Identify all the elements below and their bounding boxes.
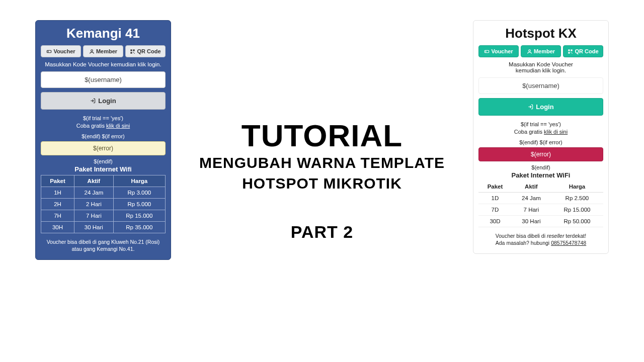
- footer-text: Voucher bisa dibeli di gang Kluweh No.21…: [41, 238, 166, 252]
- tab-qrcode-label: QR Code: [137, 48, 160, 54]
- tab-voucher[interactable]: Voucher: [41, 45, 81, 57]
- svg-rect-3: [133, 49, 135, 51]
- tab-qrcode[interactable]: QR Code: [125, 45, 166, 57]
- svg-rect-6: [134, 53, 135, 53]
- error-box: $(error): [478, 147, 603, 161]
- tutorial-title-block: TUTORIAL MENGUBAH WARNA TEMPLATE HOTSPOT…: [199, 120, 445, 242]
- tab-qrcode[interactable]: QR Code: [563, 45, 603, 57]
- th-paket: Paket: [41, 175, 74, 187]
- svg-rect-0: [47, 50, 51, 53]
- tab-qrcode-label: QR Code: [575, 48, 598, 54]
- endif-iferror: $(endif) $(if error): [41, 133, 166, 139]
- svg-rect-10: [571, 49, 573, 51]
- tab-member-label: Member: [534, 48, 555, 54]
- tab-member[interactable]: Member: [83, 45, 123, 57]
- endif: $(endif): [478, 164, 603, 170]
- title-line-1: TUTORIAL: [199, 120, 445, 151]
- login-button[interactable]: Login: [478, 98, 603, 116]
- tab-voucher-label: Voucher: [53, 48, 75, 54]
- user-icon: [89, 49, 95, 54]
- username-input[interactable]: $(username): [41, 71, 166, 88]
- endif: $(endif): [41, 158, 166, 164]
- th-aktif: Aktif: [74, 175, 114, 187]
- title-line-2a: MENGUBAH WARNA TEMPLATE: [199, 154, 445, 172]
- table-row: 30H 30 Hari Rp 35.000: [41, 221, 166, 233]
- tab-member-label: Member: [96, 48, 117, 54]
- user-icon: [527, 49, 532, 54]
- trial-text: Coba gratis: [76, 123, 106, 129]
- qrcode-icon: [130, 49, 135, 54]
- package-title: Paket Internet WiFi: [478, 171, 603, 179]
- trial-block: $(if trial == 'yes') Coba gratis klik di…: [478, 121, 603, 136]
- th-harga: Harga: [113, 175, 165, 187]
- support-phone[interactable]: 085755478748: [551, 240, 586, 246]
- package-title: Paket Internet Wifi: [41, 165, 166, 173]
- qrcode-icon: [568, 49, 573, 54]
- th-paket: Paket: [478, 181, 512, 193]
- tab-voucher[interactable]: Voucher: [478, 45, 519, 57]
- login-label: Login: [98, 97, 116, 105]
- table-row: 7D 7 Hari Rp 15.000: [478, 204, 603, 215]
- package-table: Paket Aktif Harga 1D 24 Jam Rp 2.500 7D …: [478, 181, 603, 227]
- instruction-text: Masukkan Kode Voucher kemudian klik logi…: [41, 61, 166, 67]
- login-label: Login: [536, 103, 553, 111]
- hotspot-panel-green: Hotspot KX Voucher Member QR Code Masukk…: [473, 20, 609, 254]
- svg-point-1: [91, 49, 93, 51]
- instruction-text: Masukkan Kode Voucher kemudian klik logi…: [478, 61, 603, 73]
- footer-text: Voucher bisa dibeli di reseller terdekat…: [478, 232, 603, 246]
- trial-link[interactable]: klik di sini: [544, 129, 568, 135]
- ticket-icon: [46, 49, 52, 54]
- trial-if: $(if trial == 'yes'): [478, 121, 603, 128]
- table-row: 1D 24 Jam Rp 2.500: [478, 192, 603, 204]
- hotspot-panel-blue: Kemangi 41 Voucher Member QR Code Masukk…: [35, 20, 171, 260]
- svg-rect-9: [569, 49, 570, 51]
- trial-text: Coba gratis: [514, 129, 544, 135]
- table-row: 2H 2 Hari Rp 5.000: [41, 198, 166, 210]
- table-row: 30D 30 Hari Rp 50.000: [478, 215, 603, 227]
- th-harga: Harga: [551, 181, 603, 193]
- svg-rect-13: [572, 53, 573, 53]
- svg-rect-12: [571, 52, 572, 52]
- login-icon: [90, 98, 96, 104]
- table-row: 7H 7 Hari Rp 15.000: [41, 210, 166, 221]
- tab-row: Voucher Member QR Code: [478, 45, 603, 57]
- svg-rect-7: [485, 50, 489, 53]
- tab-voucher-label: Voucher: [491, 48, 513, 54]
- error-box: $(error): [41, 141, 166, 155]
- trial-block: $(if trial == 'yes') Coba gratis klik di…: [41, 115, 166, 130]
- trial-link[interactable]: klik di sini: [106, 123, 130, 129]
- svg-rect-4: [131, 52, 132, 53]
- svg-rect-5: [133, 52, 134, 52]
- ticket-icon: [484, 49, 490, 54]
- title-line-2b: HOTSPOT MIKROTIK: [199, 175, 445, 193]
- login-icon: [528, 104, 533, 110]
- package-table: Paket Aktif Harga 1H 24 Jam Rp 3.000 2H …: [41, 175, 166, 233]
- th-aktif: Aktif: [512, 181, 551, 193]
- login-button[interactable]: Login: [41, 92, 166, 110]
- tab-member[interactable]: Member: [521, 45, 561, 57]
- table-row: 1H 24 Jam Rp 3.000: [41, 187, 166, 198]
- title-line-3: PART 2: [199, 222, 445, 242]
- panel-title: Kemangi 41: [41, 26, 166, 41]
- trial-if: $(if trial == 'yes'): [41, 115, 166, 122]
- tab-row: Voucher Member QR Code: [41, 45, 166, 57]
- panel-title: Hotspot KX: [478, 26, 603, 41]
- endif-iferror: $(endif) $(if error): [478, 139, 603, 145]
- svg-point-8: [529, 49, 531, 51]
- svg-rect-2: [131, 49, 132, 51]
- username-input[interactable]: $(username): [478, 77, 603, 94]
- svg-rect-11: [569, 52, 570, 53]
